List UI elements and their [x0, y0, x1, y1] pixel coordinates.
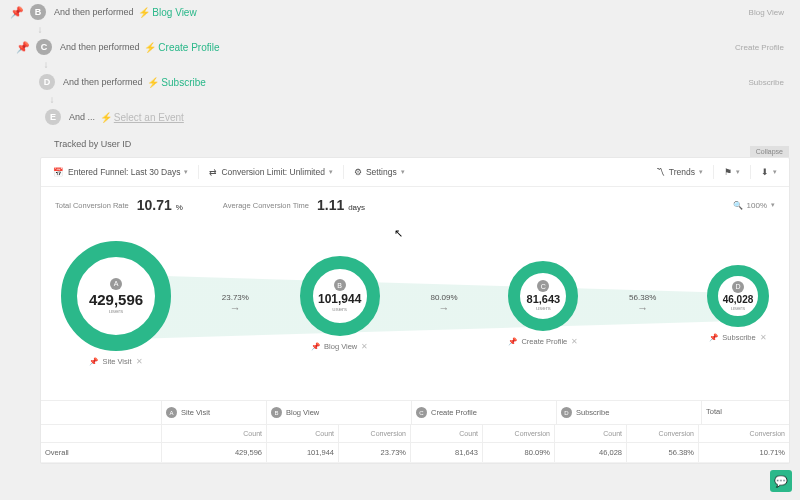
stage-count: 429,596: [89, 291, 143, 308]
close-icon[interactable]: ✕: [361, 342, 368, 351]
step-event[interactable]: Subscribe: [161, 77, 205, 88]
date-filter[interactable]: 📅Entered Funnel: Last 30 Days▾: [49, 164, 192, 180]
flag-button[interactable]: ⚑▾: [720, 164, 744, 180]
chevron-down-icon: ▾: [401, 168, 405, 176]
th-sub: [41, 425, 161, 442]
funnel-panel: Collapse 📅Entered Funnel: Last 30 Days▾ …: [40, 157, 790, 464]
stage-ring[interactable]: D 46,028 users: [707, 265, 769, 327]
chevron-down-icon: ▾: [771, 201, 775, 209]
stage-ring[interactable]: B 101,944 users: [300, 256, 380, 336]
th-sub: Count: [266, 425, 338, 442]
trends-button[interactable]: 〽Trends▾: [652, 164, 707, 180]
step-event[interactable]: Create Profile: [158, 42, 219, 53]
step-text: And ...: [69, 112, 95, 122]
stage-B: B 101,944 users 📌Blog View✕: [300, 256, 380, 351]
stage-ring[interactable]: C 81,643 users: [508, 261, 578, 331]
funnel-step-E: E And ... ⚡Select an Event: [0, 105, 800, 129]
th-sub: Count: [554, 425, 626, 442]
cell: 80.09%: [482, 443, 554, 462]
flag-icon: ⚑: [724, 167, 732, 177]
stage-badge: D: [732, 281, 744, 293]
close-icon[interactable]: ✕: [136, 357, 143, 366]
stage-label: 📌Create Profile✕: [508, 337, 578, 346]
stage-A: A 429,596 users 📌Site Visit✕: [61, 241, 171, 366]
pin-icon[interactable]: 📌: [508, 337, 517, 346]
users-label: users: [109, 308, 124, 314]
table-row: Overall429,596101,94423.73%81,64380.09%4…: [41, 443, 789, 463]
th-sub: Count: [161, 425, 266, 442]
chevron-down-icon: ▾: [699, 168, 703, 176]
stage-ring[interactable]: A 429,596 users: [61, 241, 171, 351]
stage-badge: B: [334, 279, 346, 291]
toolbar: 📅Entered Funnel: Last 30 Days▾ ⇄Conversi…: [41, 158, 789, 187]
th-sub: Conversion: [698, 425, 789, 442]
rate-label: Total Conversion Rate: [55, 201, 129, 210]
th-stage[interactable]: ASite Visit: [161, 401, 266, 424]
calendar-icon: 📅: [53, 167, 64, 177]
stage-label: 📌Subscribe✕: [709, 333, 766, 342]
arrow-right-icon: →: [439, 302, 450, 314]
conversion-connector: 23.73%→: [171, 293, 300, 314]
users-label: users: [332, 306, 347, 312]
th-stage[interactable]: DSubscribe: [556, 401, 701, 424]
step-badge: C: [36, 39, 52, 55]
cell: 46,028: [554, 443, 626, 462]
cell: 101,944: [266, 443, 338, 462]
step-right-label: Blog View: [749, 8, 790, 17]
step-text: And then performed: [60, 42, 140, 52]
th-blank: [41, 401, 161, 424]
stage-count: 46,028: [723, 294, 754, 305]
rate-value: 10.71 %: [137, 197, 183, 213]
close-icon[interactable]: ✕: [760, 333, 767, 342]
step-text: And then performed: [63, 77, 143, 87]
pin-icon[interactable]: 📌: [10, 6, 24, 19]
funnel-step-C: 📌 C And then performed ⚡Create Profile C…: [0, 35, 800, 59]
pin-icon[interactable]: 📌: [16, 41, 30, 54]
arrow-right-icon: →: [637, 302, 648, 314]
th-total: Total: [701, 401, 789, 424]
download-icon: ⬇: [761, 167, 769, 177]
gear-icon: ⚙: [354, 167, 362, 177]
lightning-icon: ⚡: [144, 42, 156, 53]
th-stage[interactable]: BBlog View: [266, 401, 411, 424]
th-sub: Conversion: [626, 425, 698, 442]
users-label: users: [536, 305, 551, 311]
funnel-step-B: 📌 B And then performed ⚡Blog View Blog V…: [0, 0, 800, 24]
arrow-right-icon: →: [230, 302, 241, 314]
arrow-down-icon: ↓: [44, 94, 60, 105]
settings-button[interactable]: ⚙Settings▾: [350, 164, 409, 180]
funnel-step-D: D And then performed ⚡Subscribe Subscrib…: [0, 70, 800, 94]
chat-icon: 💬: [774, 475, 788, 488]
stage-count: 81,643: [527, 293, 561, 305]
help-fab[interactable]: 💬: [770, 470, 792, 492]
pin-icon[interactable]: 📌: [311, 342, 320, 351]
collapse-button[interactable]: Collapse: [750, 146, 789, 157]
arrow-down-icon: ↓: [32, 24, 48, 35]
pin-icon[interactable]: 📌: [709, 333, 718, 342]
stage-label: 📌Blog View✕: [311, 342, 368, 351]
close-icon[interactable]: ✕: [571, 337, 578, 346]
zoom-control[interactable]: 🔍100%▾: [733, 201, 775, 210]
cell: 81,643: [410, 443, 482, 462]
th-stage[interactable]: CCreate Profile: [411, 401, 556, 424]
arrow-down-icon: ↓: [38, 59, 54, 70]
step-right-label: Subscribe: [748, 78, 790, 87]
conversion-limit[interactable]: ⇄Conversion Limit: Unlimited▾: [205, 164, 336, 180]
stage-C: C 81,643 users 📌Create Profile✕: [508, 261, 578, 346]
cell: 23.73%: [338, 443, 410, 462]
th-sub: Conversion: [482, 425, 554, 442]
download-button[interactable]: ⬇▾: [757, 164, 781, 180]
time-label: Average Conversion Time: [223, 201, 309, 210]
select-event[interactable]: Select an Event: [114, 112, 184, 123]
step-right-label: Create Profile: [735, 43, 790, 52]
results-table: ASite VisitBBlog ViewCCreate ProfileDSub…: [41, 400, 789, 463]
summary-metrics: Total Conversion Rate 10.71 % Average Co…: [41, 187, 789, 223]
chevron-down-icon: ▾: [773, 168, 777, 176]
time-value: 1.11 days: [317, 197, 365, 213]
step-event[interactable]: Blog View: [152, 7, 196, 18]
pin-icon[interactable]: 📌: [89, 357, 98, 366]
chevron-down-icon: ▾: [184, 168, 188, 176]
cell: 56.38%: [626, 443, 698, 462]
step-badge: E: [45, 109, 61, 125]
conversion-connector: 80.09%→: [380, 293, 509, 314]
